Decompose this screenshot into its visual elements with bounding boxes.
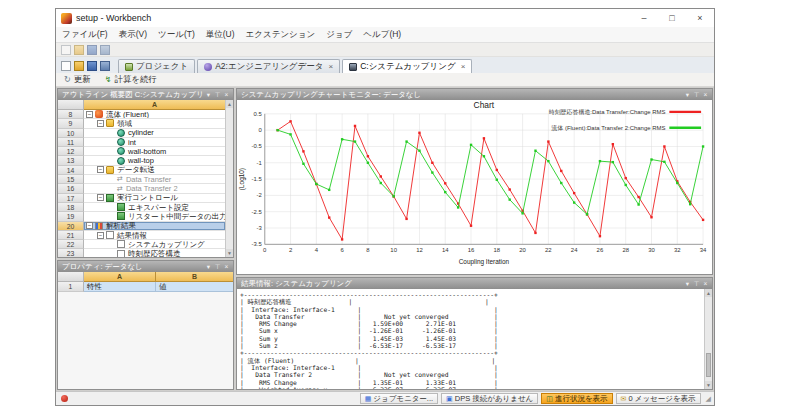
expander-icon[interactable]: − [86,111,93,118]
property-name-cell[interactable]: 特性 [84,282,156,292]
close-icon[interactable]: × [701,89,710,100]
expander-icon[interactable]: − [86,222,93,229]
tree-row[interactable]: 16⇄Data Transfer 2 [58,184,225,193]
status-button[interactable]: ▦ジョブモニター... [360,393,438,404]
tree-row[interactable]: 20−解析結果 [58,222,225,231]
results-text: +---------------------------------------… [237,289,704,389]
save-all-icon[interactable] [100,45,110,55]
svg-text:流体 (Fluent):Data Transfer 2:Ch: 流体 (Fluent):Data Transfer 2:Change RMS [551,124,665,132]
tree-row[interactable]: 22システムカップリング [58,240,225,249]
minimize-button[interactable]: – [630,9,658,27]
region-icon [117,129,125,137]
open-folder-icon[interactable] [74,61,84,71]
chart-monitor-panel: システムカップリングチャートモニター: データなし ▾ ⊤ × 02468101… [236,88,713,275]
expander-icon[interactable]: − [97,194,104,201]
menu-item[interactable]: ジョブ [326,29,352,41]
results-panel-title: 結果情報: システムカップリング [241,278,683,289]
close-icon[interactable]: × [222,261,231,272]
svg-text:32: 32 [674,247,681,253]
tree-row[interactable]: 10cylinder [58,129,225,138]
scroll-down-icon[interactable]: ▼ [705,381,712,389]
expander-icon[interactable]: − [97,232,104,239]
maximize-button[interactable]: □ [658,9,686,27]
tab-close-icon[interactable]: × [461,62,466,71]
tree-row[interactable]: 14−データ転送 [58,166,225,175]
save-all-icon[interactable] [100,61,110,71]
action-item[interactable]: ↯計算を続行 [105,74,157,86]
status-button[interactable]: ✉0 メッセージを表示 [616,393,701,404]
tree-row[interactable]: 17−実行コントロール [58,194,225,203]
property-row[interactable]: 1 特性 値 [58,282,233,292]
tree-row[interactable]: 8−流体 (Fluent) [58,110,225,119]
tree-row[interactable]: 23時刻歴応答構造 [58,249,225,258]
new-file-icon[interactable] [61,61,71,71]
tree-row[interactable]: 13wall-top [58,156,225,165]
expander-icon[interactable]: − [97,120,104,127]
tree-row[interactable]: 18エキスパート設定 [58,203,225,212]
dropdown-icon[interactable]: ▾ [683,89,692,100]
menu-item[interactable]: ヘルプ(H) [363,29,401,41]
tab[interactable]: C:システムカップリング× [342,59,472,73]
tab-bar: プロジェクトA2:エンジニアリングデータ×C:システムカップリング× [56,57,714,73]
pin-icon[interactable]: ⊤ [692,89,701,100]
tree-row[interactable]: 15⇄Data Transfer [58,175,225,184]
menu-item[interactable]: 表示(V) [119,29,147,41]
scroll-up-icon[interactable]: ▲ [226,100,233,108]
status-button[interactable]: ▣DPS 接続がありません [441,393,538,404]
transfer-icon: ⇄ [117,185,123,193]
tree-row[interactable]: 9−領域 [58,119,225,128]
tab[interactable]: A2:エンジニアリングデータ× [197,59,340,73]
menu-item[interactable]: 単位(U) [206,29,235,41]
svg-text:Coupling Iteration: Coupling Iteration [459,258,510,266]
tree-item-label: 結果情報 [117,231,147,240]
row-number: 19 [58,212,84,221]
tree-row[interactable]: 21−結果情報 [58,231,225,240]
scroll-thumb[interactable] [706,353,711,377]
save-icon[interactable] [87,61,97,71]
dropdown-icon[interactable]: ▾ [683,278,692,289]
close-icon[interactable]: × [222,89,231,100]
tree-row[interactable]: 19リスタート中間データの出力 [58,212,225,221]
pin-icon[interactable]: ⊤ [213,261,222,272]
pin-icon[interactable]: ⊤ [692,278,701,289]
tree-row[interactable]: 12wall-bottom [58,147,225,156]
tree-cell: リスタート中間データの出力 [84,212,225,221]
scroll-down-icon[interactable]: ▼ [226,249,233,257]
tab-close-icon[interactable]: × [328,62,333,71]
row-number: 15 [58,175,84,184]
resize-grip-icon[interactable]: ◢ [706,395,711,403]
open-folder-icon[interactable] [74,45,84,55]
menu-item[interactable]: エクステンション [246,29,316,41]
menu-item[interactable]: ツール(T) [158,29,195,41]
scroll-up-icon[interactable]: ▲ [705,289,712,297]
svg-text:0: 0 [263,247,267,253]
status-button[interactable]: ◫進行状況を表示 [541,393,612,404]
tab[interactable]: プロジェクト [118,59,195,73]
svg-text:34: 34 [700,247,707,253]
action-item[interactable]: ↻更新 [64,74,91,86]
message-icon: ✉ [621,395,627,402]
transfer-icon: ⇄ [117,175,123,183]
tree-row[interactable]: 11int [58,138,225,147]
close-icon[interactable]: × [701,278,710,289]
tree-cell: wall-bottom [84,147,225,156]
refresh-icon: ↻ [64,75,71,84]
tree-cell: ⇄Data Transfer 2 [84,184,225,193]
column-a-header: A [84,272,156,282]
outline-vertical-scrollbar[interactable]: ▲ ▼ [225,100,233,257]
close-button[interactable]: × [686,9,714,27]
svg-text:10: 10 [390,247,397,253]
expander-icon[interactable]: − [97,166,104,173]
svg-text:0: 0 [258,127,262,133]
save-icon[interactable] [87,45,97,55]
svg-text:-2: -2 [257,192,262,198]
property-value-cell[interactable]: 値 [156,282,233,292]
new-file-icon[interactable] [61,45,71,55]
results-vertical-scrollbar[interactable]: ▲ ▼ [704,289,712,389]
tree-item-label: リスタート中間データの出力 [128,212,225,221]
left-column: アウトライン 概要図 C:システムカップリング ▾ ⊤ × A 8−流体 (Fl… [57,88,234,390]
dropdown-icon[interactable]: ▾ [204,261,213,272]
pin-icon[interactable]: ⊤ [213,89,222,100]
menu-item[interactable]: ファイル(F) [62,29,108,41]
dropdown-icon[interactable]: ▾ [204,89,213,100]
